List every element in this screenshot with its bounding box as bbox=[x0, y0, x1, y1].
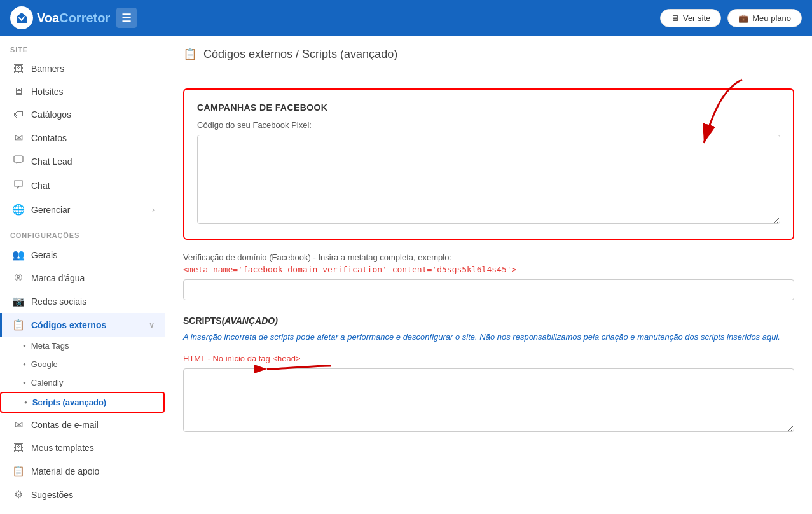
html-label: HTML - No início da tag <head> bbox=[183, 354, 794, 363]
meus-templates-icon: 🖼 bbox=[12, 442, 25, 454]
sidebar-item-chat-lead[interactable]: Chat Lead bbox=[0, 149, 165, 174]
logo-area: VoaCorretor bbox=[10, 6, 110, 29]
sidebar-item-catalogos[interactable]: 🏷 Catálogos bbox=[0, 103, 165, 126]
content-area: 📋 Códigos externos / Scripts (avançado) bbox=[165, 36, 812, 514]
content-with-arrow: CAMPANHAS DE FACEBOOK Código do seu Face… bbox=[165, 73, 812, 449]
main-layout: SITE 🖼 Banners 🖥 Hotsites 🏷 Catálogos ✉ … bbox=[0, 36, 812, 514]
sugestoes-icon: ⚙ bbox=[12, 489, 25, 501]
sidebar-subitem-meta-tags[interactable]: ● Meta Tags bbox=[0, 337, 165, 355]
domain-verify-example: <meta name='facebook-domain-verification… bbox=[183, 265, 794, 274]
logo-text: VoaCorretor bbox=[37, 11, 110, 25]
sidebar-item-gerais[interactable]: 👥 Gerais bbox=[0, 243, 165, 267]
hotsites-icon: 🖥 bbox=[12, 86, 25, 97]
sidebar-subitem-google[interactable]: ● Google bbox=[0, 355, 165, 373]
chat-icon bbox=[12, 179, 25, 192]
topbar-right: 🖥 Ver site 💼 Meu plano bbox=[660, 9, 802, 27]
domain-verify-label: Verificação de domínio (Facebook) - Insi… bbox=[183, 253, 794, 262]
pixel-textarea[interactable] bbox=[197, 135, 780, 224]
svg-rect-0 bbox=[14, 156, 23, 162]
sidebar: SITE 🖼 Banners 🖥 Hotsites 🏷 Catálogos ✉ … bbox=[0, 36, 165, 514]
ver-site-button[interactable]: 🖥 Ver site bbox=[660, 9, 721, 27]
codigos-externos-chevron: ∨ bbox=[149, 321, 155, 330]
gerenciar-icon: 🌐 bbox=[12, 204, 25, 216]
pixel-label: Código do seu Facebook Pixel: bbox=[197, 120, 780, 130]
site-section-label: SITE bbox=[0, 36, 165, 57]
domain-verify-section: Verificação de domínio (Facebook) - Insi… bbox=[183, 253, 794, 300]
scripts-section: SCRIPTS(AVANÇADO) A inserção incorreta d… bbox=[183, 316, 794, 434]
sidebar-item-chat[interactable]: Chat bbox=[0, 174, 165, 198]
logo-icon bbox=[10, 6, 33, 29]
sidebar-item-marca-dagua[interactable]: ® Marca d'água bbox=[0, 267, 165, 289]
head-tag: <head> bbox=[272, 354, 300, 363]
topbar: VoaCorretor ☰ 🖥 Ver site 💼 Meu plano bbox=[0, 0, 812, 36]
sidebar-item-banners[interactable]: 🖼 Banners bbox=[0, 57, 165, 80]
material-apoio-icon: 📋 bbox=[12, 465, 25, 477]
sidebar-item-hotsites[interactable]: 🖥 Hotsites bbox=[0, 80, 165, 103]
html-head-textarea[interactable] bbox=[183, 368, 794, 432]
google-dot: ● bbox=[23, 361, 26, 367]
scripts-dot: ● bbox=[24, 399, 27, 405]
config-section-label: CONFIGURAÇÕES bbox=[0, 221, 165, 243]
page-title: Códigos externos / Scripts (avançado) bbox=[203, 48, 397, 61]
sidebar-item-sugestoes[interactable]: ⚙ Sugestões bbox=[0, 483, 165, 506]
scripts-section-title: SCRIPTS(AVANÇADO) bbox=[183, 316, 794, 326]
codigos-externos-icon: 📋 bbox=[12, 319, 25, 331]
gerenciar-chevron: › bbox=[152, 205, 155, 214]
chat-lead-icon bbox=[12, 155, 25, 168]
sidebar-item-contas-email[interactable]: ✉ Contas de e-mail bbox=[0, 413, 165, 436]
redes-sociais-icon: 📷 bbox=[12, 295, 25, 307]
marca-dagua-icon: ® bbox=[12, 272, 25, 284]
catalogos-icon: 🏷 bbox=[12, 109, 25, 120]
domain-verify-input[interactable] bbox=[183, 279, 794, 300]
briefcase-icon: 💼 bbox=[738, 13, 748, 23]
banners-icon: 🖼 bbox=[12, 63, 25, 74]
menu-button[interactable]: ☰ bbox=[116, 8, 137, 28]
header-icon: 📋 bbox=[183, 47, 197, 61]
calendly-dot: ● bbox=[23, 380, 26, 386]
contas-email-icon: ✉ bbox=[12, 419, 25, 431]
monitor-icon: 🖥 bbox=[671, 13, 679, 23]
meu-plano-button[interactable]: 💼 Meu plano bbox=[727, 9, 802, 27]
meta-tags-dot: ● bbox=[23, 343, 26, 349]
sidebar-item-redes-sociais[interactable]: 📷 Redes sociais bbox=[0, 289, 165, 313]
contatos-icon: ✉ bbox=[12, 132, 25, 144]
content-header: 📋 Códigos externos / Scripts (avançado) bbox=[165, 36, 812, 73]
sidebar-item-meus-templates[interactable]: 🖼 Meus templates bbox=[0, 436, 165, 459]
scripts-warning: A inserção incorreta de scripts pode afe… bbox=[183, 331, 794, 344]
content-body: CAMPANHAS DE FACEBOOK Código do seu Face… bbox=[165, 73, 812, 449]
pixel-textarea-wrapper bbox=[197, 135, 780, 226]
facebook-section: CAMPANHAS DE FACEBOOK Código do seu Face… bbox=[183, 88, 794, 240]
sidebar-item-gerenciar[interactable]: 🌐 Gerenciar › bbox=[0, 198, 165, 221]
sidebar-item-contatos[interactable]: ✉ Contatos bbox=[0, 126, 165, 149]
gerais-icon: 👥 bbox=[12, 249, 25, 261]
facebook-section-title: CAMPANHAS DE FACEBOOK bbox=[197, 102, 780, 113]
sidebar-item-material-apoio[interactable]: 📋 Material de apoio bbox=[0, 459, 165, 483]
sidebar-subitem-scripts-avancado[interactable]: ● Scripts (avançado) bbox=[0, 392, 165, 413]
sidebar-subitem-calendly[interactable]: ● Calendly bbox=[0, 373, 165, 392]
topbar-left: VoaCorretor ☰ bbox=[10, 6, 137, 29]
sidebar-item-codigos-externos[interactable]: 📋 Códigos externos ∨ bbox=[0, 313, 165, 337]
